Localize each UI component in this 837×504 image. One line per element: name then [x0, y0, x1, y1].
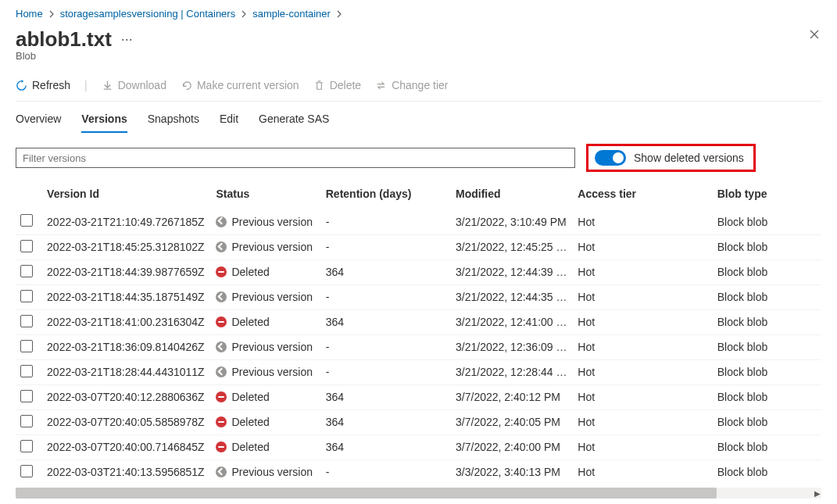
cell-access-tier: Hot	[573, 284, 712, 309]
col-version-id[interactable]: Version Id	[42, 178, 211, 209]
previous-version-icon	[216, 366, 227, 377]
deleted-icon	[216, 391, 227, 402]
breadcrumb-storage[interactable]: storagesamplesversioning | Containers	[60, 8, 236, 20]
status-label: Deleted	[231, 391, 269, 403]
row-checkbox[interactable]	[20, 265, 33, 277]
change-tier-label: Change tier	[392, 79, 448, 91]
versions-table: Version Id Status Retention (days) Modif…	[16, 178, 821, 499]
table-row[interactable]: 2022-03-03T21:40:13.5956851ZPrevious ver…	[16, 459, 821, 484]
cell-version-id: 2022-03-03T21:40:13.5956851Z	[42, 459, 211, 484]
cell-modified: 3/21/2022, 12:45:25 PM	[451, 234, 573, 259]
cell-blob-type: Block blob	[713, 434, 821, 459]
filter-versions-input[interactable]	[16, 148, 575, 168]
chevron-right-icon	[240, 10, 248, 18]
status-label: Deleted	[231, 316, 269, 328]
cell-version-id: 2022-03-21T18:36:09.8140426Z	[42, 334, 211, 359]
cell-access-tier: Hot	[573, 234, 712, 259]
horizontal-scrollbar[interactable]: ◀ ▶	[16, 488, 821, 499]
cell-access-tier: Hot	[573, 209, 712, 234]
tab-generate-sas[interactable]: Generate SAS	[259, 113, 329, 133]
delete-label: Delete	[330, 79, 361, 91]
tabs: Overview Versions Snapshots Edit Generat…	[16, 102, 821, 133]
table-row[interactable]: 2022-03-21T18:45:25.3128102ZPrevious ver…	[16, 234, 821, 259]
breadcrumb-container[interactable]: sample-container	[252, 8, 331, 20]
status-label: Previous version	[231, 366, 313, 378]
cell-blob-type: Block blob	[713, 459, 821, 484]
cell-retention: -	[321, 359, 451, 384]
cell-status: Previous version	[216, 291, 316, 303]
row-checkbox[interactable]	[20, 365, 33, 377]
col-access-tier[interactable]: Access tier	[573, 178, 712, 209]
tab-snapshots[interactable]: Snapshots	[148, 113, 199, 133]
tab-versions[interactable]: Versions	[81, 113, 127, 133]
col-blob-type[interactable]: Blob type	[713, 178, 821, 209]
show-deleted-label: Show deleted versions	[634, 152, 744, 164]
tab-overview[interactable]: Overview	[16, 113, 61, 133]
cell-blob-type: Block blob	[713, 209, 821, 234]
close-button[interactable]	[807, 27, 821, 44]
row-checkbox[interactable]	[20, 340, 33, 352]
scrollbar-thumb[interactable]	[16, 488, 717, 499]
row-checkbox[interactable]	[20, 415, 33, 427]
cell-blob-type: Block blob	[713, 409, 821, 434]
show-deleted-toggle[interactable]	[595, 150, 626, 166]
download-label: Download	[118, 79, 166, 91]
status-label: Previous version	[231, 241, 313, 253]
table-row[interactable]: 2022-03-07T20:40:05.5858978ZDeleted3643/…	[16, 409, 821, 434]
cell-retention: 364	[321, 434, 451, 459]
cell-access-tier: Hot	[573, 409, 712, 434]
col-modified[interactable]: Modified	[451, 178, 573, 209]
row-checkbox[interactable]	[20, 315, 33, 327]
cell-status: Previous version	[216, 241, 316, 253]
cell-modified: 3/7/2022, 2:40:05 PM	[451, 409, 573, 434]
page-title: ablob1.txt	[16, 27, 112, 52]
more-icon[interactable]: ···	[121, 27, 133, 51]
breadcrumb-home[interactable]: Home	[16, 8, 43, 20]
table-row[interactable]: 2022-03-21T21:10:49.7267185ZPrevious ver…	[16, 209, 821, 234]
cell-retention: -	[321, 284, 451, 309]
table-row[interactable]: 2022-03-21T18:28:44.4431011ZPrevious ver…	[16, 359, 821, 384]
status-label: Previous version	[231, 341, 313, 353]
cell-modified: 3/21/2022, 12:44:39 PM	[451, 259, 573, 284]
deleted-icon	[216, 316, 227, 327]
row-checkbox[interactable]	[20, 240, 33, 252]
refresh-label: Refresh	[32, 79, 70, 91]
cell-version-id: 2022-03-21T18:44:35.1875149Z	[42, 284, 211, 309]
status-label: Deleted	[231, 416, 269, 428]
table-row[interactable]: 2022-03-21T18:44:35.1875149ZPrevious ver…	[16, 284, 821, 309]
cell-modified: 3/21/2022, 12:41:00 PM	[451, 309, 573, 334]
col-status[interactable]: Status	[211, 178, 320, 209]
deleted-icon	[216, 266, 227, 277]
cell-blob-type: Block blob	[713, 384, 821, 409]
tab-edit[interactable]: Edit	[220, 113, 238, 133]
cell-retention: 364	[321, 384, 451, 409]
table-row[interactable]: 2022-03-07T20:40:00.7146845ZDeleted3643/…	[16, 434, 821, 459]
table-row[interactable]: 2022-03-21T18:36:09.8140426ZPrevious ver…	[16, 334, 821, 359]
row-checkbox[interactable]	[20, 390, 33, 402]
cell-modified: 3/3/2022, 3:40:13 PM	[451, 459, 573, 484]
cell-status: Previous version	[216, 341, 316, 353]
refresh-button[interactable]: Refresh	[16, 79, 70, 91]
scroll-right-icon[interactable]: ▶	[812, 488, 821, 499]
cell-modified: 3/7/2022, 2:40:12 PM	[451, 384, 573, 409]
table-row[interactable]: 2022-03-07T20:40:12.2880636ZDeleted3643/…	[16, 384, 821, 409]
cell-modified: 3/21/2022, 12:44:35 PM	[451, 284, 573, 309]
table-row[interactable]: 2022-03-21T18:41:00.2316304ZDeleted3643/…	[16, 309, 821, 334]
table-row[interactable]: 2022-03-21T18:44:39.9877659ZDeleted3643/…	[16, 259, 821, 284]
row-checkbox[interactable]	[20, 440, 33, 452]
cell-access-tier: Hot	[573, 359, 712, 384]
page-subtitle: Blob	[16, 50, 821, 62]
cell-retention: 364	[321, 259, 451, 284]
cell-retention: 364	[321, 409, 451, 434]
row-checkbox[interactable]	[20, 290, 33, 302]
make-current-button: Make current version	[181, 79, 299, 91]
row-checkbox[interactable]	[20, 214, 33, 227]
trash-icon	[313, 80, 325, 91]
cell-status: Previous version	[216, 216, 316, 228]
cell-retention: 364	[321, 309, 451, 334]
deleted-icon	[216, 416, 227, 427]
previous-version-icon	[216, 291, 227, 302]
col-retention[interactable]: Retention (days)	[321, 178, 451, 209]
cell-modified: 3/7/2022, 2:40:00 PM	[451, 434, 573, 459]
row-checkbox[interactable]	[20, 465, 33, 477]
